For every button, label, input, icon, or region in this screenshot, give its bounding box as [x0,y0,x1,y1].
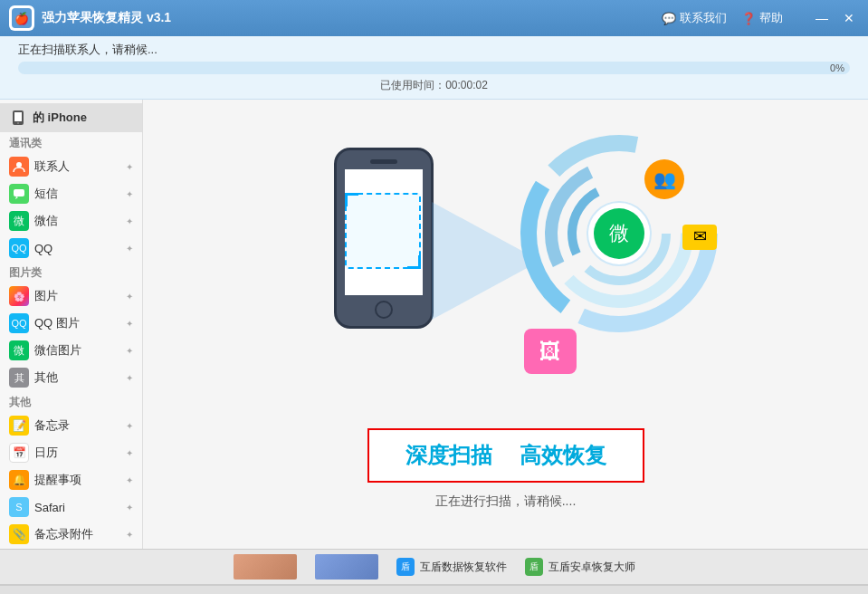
notes-attach-sparkle: ✦ [126,530,133,540]
help-icon: ❓ [741,12,756,25]
wechat-sparkle: ✦ [126,216,133,226]
ad-bar: 盾 互盾数据恢复软件 盾 互盾安卓恢复大师 [0,549,868,585]
close-button[interactable]: ✕ [839,8,859,28]
sidebar-item-contacts[interactable]: 联系人 ✦ [0,153,142,180]
other-photos-label: 其他 [34,369,120,386]
contacts-label: 联系人 [34,158,120,175]
title-bar: 🍎 强力苹果恢复精灵 v3.1 💬 联系我们 ❓ 帮助 — ✕ [0,0,868,36]
qq-photos-icon: QQ [9,313,29,333]
photos-label: 图片 [34,288,120,304]
category-other: 其他 [0,391,142,412]
svg-text:🍎: 🍎 [14,12,30,26]
photos-icon: 🌸 [9,286,29,306]
ad-thumb-2 [315,554,378,580]
ad-thumb-1 [234,554,297,580]
scan-progress-text: 正在进行扫描，请稍候.... [435,493,577,510]
ad-item-software[interactable]: 盾 互盾数据恢复软件 [396,558,507,576]
device-header: 的 iPhone [0,103,142,132]
scan-time: 已使用时间：00:00:02 [18,78,850,93]
main-area: 的 iPhone 通讯类 联系人 ✦ 短信 ✦ [0,100,868,549]
reminders-icon: 🔔 [9,470,29,490]
scan-status-text: 正在扫描联系人，请稍候... [18,42,850,58]
ad-label-software: 互盾数据恢复软件 [420,560,507,575]
safari-icon: S [9,497,29,517]
ad-icon-green: 盾 [525,558,543,576]
sms-sparkle: ✦ [126,189,133,199]
notes-icon: 📝 [9,416,29,436]
sidebar-item-reminders[interactable]: 🔔 提醒事项 ✦ [0,466,142,493]
safari-label: Safari [34,501,120,514]
app-title: 强力苹果恢复精灵 v3.1 [42,10,662,26]
efficient-restore-label: 高效恢复 [520,441,606,470]
sidebar-item-wechat-photos[interactable]: 微 微信图片 ✦ [0,337,142,364]
svg-text:✉: ✉ [692,227,706,245]
window-controls: — ✕ [812,8,859,28]
ad-item-android[interactable]: 盾 互盾安卓恢复大师 [525,558,635,576]
ad-icon-blue: 盾 [396,558,415,576]
sidebar-item-sms[interactable]: 短信 ✦ [0,180,142,207]
wechat-photos-sparkle: ✦ [126,346,133,356]
qq-photos-label: QQ 图片 [34,315,120,331]
reminders-sparkle: ✦ [126,475,133,485]
phone-container [334,148,434,329]
qq-label: QQ [34,242,120,255]
bottom-bar: 返回主界面 导出选中记录 导出全部记录 [0,585,868,594]
progress-container: 0% [18,62,850,74]
svg-text:👥: 👥 [653,168,675,190]
sidebar: 的 iPhone 通讯类 联系人 ✦ 短信 ✦ [0,100,143,549]
wechat-photos-icon: 微 [9,340,29,360]
svg-point-4 [17,122,19,124]
ad-label-android: 互盾安卓恢复大师 [548,560,635,575]
deep-scan-label: 深度扫描 [405,441,492,470]
calendar-label: 日历 [34,445,120,461]
other-photos-icon: 其 [9,368,29,388]
title-actions: 💬 联系我们 ❓ 帮助 — ✕ [662,8,859,28]
photos-sparkle: ✦ [126,292,133,302]
svg-point-5 [16,162,22,168]
help-button[interactable]: ❓ 帮助 [741,10,783,26]
minimize-button[interactable]: — [812,8,832,28]
category-photos: 图片类 [0,262,142,283]
contact-icon: 💬 [662,12,676,25]
wechat-icon: 微 [9,211,29,231]
illustration-area: 微 👥 ✉ 🖼 [280,129,732,419]
ad-item-2[interactable] [315,554,378,580]
content-area: 微 👥 ✉ 🖼 深度扫描 高效恢复 正在进行 [143,100,868,549]
svg-rect-6 [14,189,24,196]
qq-icon: QQ [9,238,29,258]
sidebar-item-notes-attachment[interactable]: 📎 备忘录附件 ✦ [0,521,142,548]
qq-photos-sparkle: ✦ [126,319,133,329]
calendar-sparkle: ✦ [126,448,133,458]
device-name: 的 iPhone [33,110,87,126]
contacts-icon [9,157,29,177]
reminders-label: 提醒事项 [34,472,120,488]
app-logo: 🍎 [9,5,34,31]
notes-attach-label: 备忘录附件 [34,526,120,542]
sidebar-item-qq[interactable]: QQ QQ ✦ [0,235,142,262]
phone-home-button [375,301,393,319]
sms-icon [9,184,29,204]
device-icon [9,109,27,127]
other-photos-sparkle: ✦ [126,373,133,383]
deep-scan-banner: 深度扫描 高效恢复 [367,428,644,483]
sidebar-item-other-photos[interactable]: 其 其他 ✦ [0,364,142,391]
notes-attach-icon: 📎 [9,524,29,544]
calendar-icon: 📅 [9,443,29,463]
sidebar-item-qq-photos[interactable]: QQ QQ 图片 ✦ [0,310,142,337]
sidebar-item-photos[interactable]: 🌸 图片 ✦ [0,283,142,310]
progress-label: 0% [830,62,844,74]
sidebar-item-safari[interactable]: S Safari ✦ [0,493,142,521]
contact-us-button[interactable]: 💬 联系我们 [662,10,727,26]
notes-sparkle: ✦ [126,421,133,431]
category-communication: 通讯类 [0,132,142,153]
svg-text:微: 微 [609,222,629,244]
data-diagram: 微 👥 ✉ [515,129,723,340]
notes-label: 备忘录 [34,417,120,434]
sidebar-item-notes[interactable]: 📝 备忘录 ✦ [0,412,142,439]
image-placeholder-icon: 🖼 [524,329,577,374]
sidebar-item-wechat-attach[interactable]: 微 微信附件 ✦ [0,548,142,549]
ad-item-1[interactable] [234,554,297,580]
svg-rect-3 [14,112,22,121]
sidebar-item-wechat[interactable]: 微 微信 ✦ [0,207,142,235]
sidebar-item-calendar[interactable]: 📅 日历 ✦ [0,439,142,466]
